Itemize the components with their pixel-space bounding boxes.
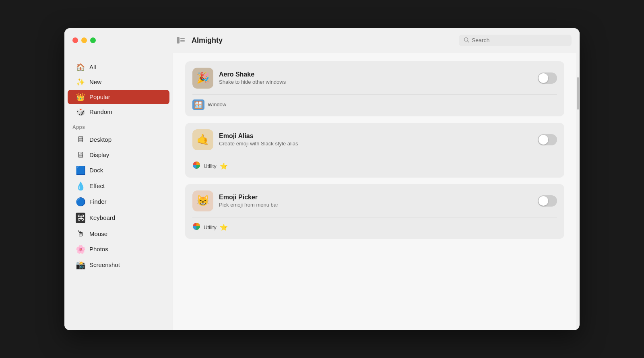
plugin-icon-emoji-picker: 😸 — [192, 190, 213, 211]
utility-tag-icon-picker — [192, 222, 200, 232]
plugin-info-emoji-alias: Emoji Alias Create emoji with Slack styl… — [219, 132, 532, 147]
sidebar-item-desktop[interactable]: 🖥 Desktop — [68, 132, 169, 147]
sidebar-label-dock: Dock — [89, 167, 103, 174]
utility-tag-label-alias: Utility — [204, 163, 217, 169]
plugin-card-emoji-alias: 🤙 Emoji Alias Create emoji with Slack st… — [185, 123, 564, 178]
apps-section-label: Apps — [64, 120, 173, 132]
plugin-card-aero-shake: 🎉 Aero Shake Shake to hide other windows… — [185, 61, 564, 116]
svg-rect-3 — [180, 41, 185, 42]
toggle-emoji-alias[interactable] — [538, 134, 557, 145]
sidebar-item-photos[interactable]: 🌸 Photos — [68, 242, 169, 257]
plugin-desc-aero-shake: Shake to hide other windows — [219, 79, 532, 85]
utility-tag-icon-alias — [192, 161, 200, 171]
effect-icon: 💧 — [76, 181, 85, 191]
sidebar: 🏠 All ✨ New 👑 Popular 🎲 Random Apps 🖥 De… — [64, 53, 173, 330]
plugins-list: 🎉 Aero Shake Shake to hide other windows… — [173, 53, 576, 330]
utility-tag-label-picker: Utility — [204, 224, 217, 230]
sidebar-item-keyboard[interactable]: ⌘ Keyboard — [68, 210, 169, 226]
dock-icon: 🟦 — [76, 166, 85, 175]
sidebar-label-random: Random — [89, 108, 112, 115]
plugin-desc-emoji-picker: Pick emoji from menu bar — [219, 202, 532, 208]
sidebar-label-popular: Popular — [89, 93, 110, 100]
sidebar-label-new: New — [89, 79, 101, 85]
sidebar-item-all[interactable]: 🏠 All — [68, 60, 169, 74]
scrollbar-thumb[interactable] — [577, 77, 579, 110]
traffic-lights — [72, 37, 96, 43]
svg-rect-0 — [177, 37, 180, 43]
svg-rect-1 — [180, 38, 185, 39]
sidebar-toggle-button[interactable] — [175, 35, 187, 45]
svg-rect-2 — [180, 40, 185, 41]
window-tag-label: Window — [208, 101, 226, 108]
crown-icon: 👑 — [76, 93, 85, 101]
plugin-icon-aero-shake: 🎉 — [192, 68, 213, 89]
plugin-desc-emoji-alias: Create emoji with Slack style alias — [219, 141, 532, 147]
sidebar-item-popular[interactable]: 👑 Popular — [68, 90, 169, 104]
toggle-aero-shake[interactable] — [538, 72, 557, 84]
sidebar-label-desktop: Desktop — [89, 136, 111, 143]
sidebar-label-display: Display — [89, 151, 109, 158]
dice-icon: 🎲 — [76, 108, 85, 116]
display-icon: 🖥 — [76, 150, 85, 159]
titlebar-right: Almighty — [175, 35, 572, 46]
sidebar-item-random[interactable]: 🎲 Random — [68, 105, 169, 119]
search-bar[interactable] — [459, 35, 572, 46]
mouse-icon: 🖱 — [76, 229, 85, 238]
card-header: 🤙 Emoji Alias Create emoji with Slack st… — [192, 129, 557, 150]
sidebar-label-keyboard: Keyboard — [89, 214, 115, 221]
finder-icon: 🔵 — [76, 197, 85, 207]
toggle-emoji-picker[interactable] — [538, 195, 557, 207]
screenshot-icon: 📸 — [76, 260, 85, 270]
maximize-button[interactable] — [90, 37, 96, 43]
plugin-name-aero-shake: Aero Shake — [219, 71, 532, 78]
home-icon: 🏠 — [76, 63, 85, 72]
sidebar-label-mouse: Mouse — [89, 230, 107, 237]
desktop-icon: 🖥 — [76, 135, 85, 144]
app-window: Almighty 🏠 All ✨ New — [64, 28, 580, 330]
plugin-name-emoji-picker: Emoji Picker — [219, 194, 532, 201]
sidebar-label-finder: Finder — [89, 198, 107, 205]
close-button[interactable] — [72, 37, 78, 43]
keyboard-icon: ⌘ — [76, 213, 85, 223]
card-tags-aero-shake: 🪟 Window — [192, 94, 557, 110]
scrollbar-track — [576, 53, 580, 330]
main-content: 🏠 All ✨ New 👑 Popular 🎲 Random Apps 🖥 De… — [64, 53, 580, 330]
sparkle-icon: ✨ — [76, 78, 85, 87]
sidebar-item-display[interactable]: 🖥 Display — [68, 147, 169, 162]
card-tags-emoji-picker: Utility ⭐ — [192, 217, 557, 232]
plugin-icon-emoji-alias: 🤙 — [192, 129, 213, 150]
plugin-card-emoji-picker: 😸 Emoji Picker Pick emoji from menu bar — [185, 184, 564, 239]
app-title: Almighty — [192, 36, 454, 45]
svg-line-5 — [468, 41, 469, 42]
star-icon-picker: ⭐ — [220, 223, 228, 231]
plugin-name-emoji-alias: Emoji Alias — [219, 132, 532, 140]
sidebar-item-effect[interactable]: 💧 Effect — [68, 178, 169, 194]
photos-icon: 🌸 — [76, 244, 85, 254]
card-tags-emoji-alias: Utility ⭐ — [192, 156, 557, 171]
window-tag-icon: 🪟 — [192, 99, 204, 110]
search-icon — [464, 37, 469, 44]
sidebar-item-finder[interactable]: 🔵 Finder — [68, 194, 169, 209]
search-input[interactable] — [472, 37, 567, 43]
sidebar-item-new[interactable]: ✨ New — [68, 75, 169, 89]
sidebar-label-effect: Effect — [89, 182, 105, 189]
titlebar: Almighty — [64, 28, 580, 53]
card-header: 😸 Emoji Picker Pick emoji from menu bar — [192, 190, 557, 211]
sidebar-item-mouse[interactable]: 🖱 Mouse — [68, 226, 169, 241]
plugin-info-aero-shake: Aero Shake Shake to hide other windows — [219, 71, 532, 85]
star-icon-alias: ⭐ — [220, 162, 228, 170]
sidebar-item-dock[interactable]: 🟦 Dock — [68, 163, 169, 178]
sidebar-item-screenshot[interactable]: 📸 Screenshot — [68, 257, 169, 273]
card-header: 🎉 Aero Shake Shake to hide other windows — [192, 68, 557, 89]
plugin-info-emoji-picker: Emoji Picker Pick emoji from menu bar — [219, 194, 532, 208]
sidebar-label-all: All — [89, 64, 96, 70]
sidebar-label-screenshot: Screenshot — [89, 261, 120, 268]
minimize-button[interactable] — [81, 37, 87, 43]
sidebar-label-photos: Photos — [89, 246, 108, 252]
